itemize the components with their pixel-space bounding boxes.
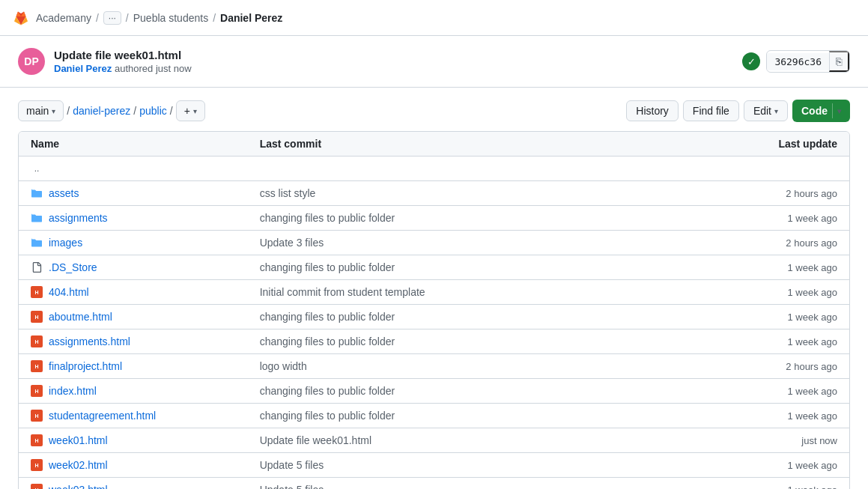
breadcrumb-more[interactable]: ··· [103, 11, 121, 25]
table-row-studentagreement: H studentagreement.html changing files t… [19, 404, 849, 428]
commit-msg-week03: Update 5 files [260, 484, 717, 489]
update-404: 1 week ago [717, 287, 837, 298]
link-index[interactable]: index.html [49, 385, 97, 397]
html-icon-week02: H [31, 459, 43, 471]
link-finalproject[interactable]: finalproject.html [49, 360, 122, 372]
html-icon-404: H [31, 286, 43, 298]
update-images: 2 hours ago [717, 237, 837, 249]
table-row-assignments-html: H assignments.html changing files to pub… [19, 329, 849, 354]
edit-chevron-icon: ▾ [774, 107, 778, 115]
table-row-aboutme: H aboutme.html changing files to public … [19, 305, 849, 329]
commit-meta: Daniel Perez authored just now [54, 63, 192, 74]
link-404[interactable]: 404.html [49, 286, 89, 298]
html-icon-index: H [31, 385, 43, 397]
link-images[interactable]: images [49, 237, 82, 249]
commit-msg-index: changing files to public folder [260, 385, 717, 397]
commit-msg-week01: Update file week01.html [260, 434, 717, 446]
table-row-assets: assets css list style 2 hours ago [19, 181, 849, 206]
link-week03[interactable]: week03.html [49, 484, 108, 489]
header-last-commit: Last commit [260, 138, 717, 150]
html-icon-assignments: H [31, 335, 43, 347]
table-row-parent: .. [19, 157, 849, 181]
parent-dir-icon: .. [31, 163, 43, 174]
html-icon-week03: H [31, 484, 43, 489]
html-icon-aboutme: H [31, 311, 43, 323]
find-file-button[interactable]: Find file [683, 100, 739, 121]
link-week02[interactable]: week02.html [49, 459, 108, 471]
file-icon-ds-store [31, 261, 43, 273]
header-last-update: Last update [717, 138, 837, 150]
link-aboutme[interactable]: aboutme.html [49, 311, 112, 323]
commit-status-icon: ✓ [742, 52, 760, 70]
update-index: 1 week ago [717, 386, 837, 397]
update-week02: 1 week ago [717, 460, 837, 471]
table-row-week01: H week01.html Update file week01.html ju… [19, 428, 849, 453]
commit-hash: 36296c36 ⎘ [766, 50, 850, 73]
file-path-bar: main ▾ / daniel-perez / public / + ▾ His… [18, 100, 850, 122]
branch-dropdown[interactable]: main ▾ [18, 100, 64, 121]
update-finalproject: 2 hours ago [717, 361, 837, 372]
add-file-chevron-icon: ▾ [193, 107, 197, 115]
header-name: Name [31, 138, 260, 150]
update-assets: 2 hours ago [717, 188, 837, 199]
history-button[interactable]: History [626, 100, 679, 121]
edit-dropdown[interactable]: Edit ▾ [744, 100, 788, 121]
commit-author-link[interactable]: Daniel Perez [54, 63, 112, 74]
breadcrumb: Academany / ··· / Puebla students / Dani… [36, 11, 282, 25]
update-week01: just now [717, 435, 837, 446]
link-assignments-html[interactable]: assignments.html [49, 335, 130, 347]
update-studentagreement: 1 week ago [717, 410, 837, 422]
commit-msg-ds-store: changing files to public folder [260, 261, 717, 273]
table-row-index: H index.html changing files to public fo… [19, 379, 849, 404]
add-file-button[interactable]: + ▾ [176, 100, 205, 121]
html-icon-week01: H [31, 434, 43, 446]
gitlab-logo [12, 9, 30, 27]
file-table: Name Last commit Last update .. assets c… [18, 131, 850, 489]
commit-msg-images: Update 3 files [260, 237, 717, 249]
main-content: main ▾ / daniel-perez / public / + ▾ His… [0, 88, 868, 489]
commit-msg-week02: Update 5 files [260, 459, 717, 471]
table-row-ds-store: .DS_Store changing files to public folde… [19, 255, 849, 280]
path-public[interactable]: public [139, 105, 167, 117]
commit-msg-studentagreement: changing files to public folder [260, 410, 717, 422]
code-chevron-icon: ▾ [837, 107, 841, 115]
commit-msg-assignments-html: changing files to public folder [260, 335, 717, 347]
table-header: Name Last commit Last update [19, 132, 849, 157]
commit-msg-assets: css list style [260, 187, 717, 199]
code-dropdown[interactable]: Code ▾ [792, 100, 850, 122]
update-assignments-folder: 1 week ago [717, 213, 837, 224]
link-ds-store[interactable]: .DS_Store [49, 261, 97, 273]
update-ds-store: 1 week ago [717, 262, 837, 273]
link-week01[interactable]: week01.html [49, 434, 108, 446]
folder-icon-assets [31, 187, 43, 199]
table-row-404: H 404.html Initial commit from student t… [19, 280, 849, 305]
folder-icon-images [31, 237, 43, 249]
commit-msg-finalproject: logo width [260, 360, 717, 372]
commit-msg-aboutme: changing files to public folder [260, 311, 717, 323]
table-row-assignments-folder: assignments changing files to public fol… [19, 206, 849, 231]
table-row-images: images Update 3 files 2 hours ago [19, 231, 849, 255]
table-row-week02: H week02.html Update 5 files 1 week ago [19, 453, 849, 478]
html-icon-finalproject: H [31, 360, 43, 372]
branch-chevron-icon: ▾ [52, 107, 55, 115]
copy-hash-button[interactable]: ⎘ [829, 51, 849, 72]
breadcrumb-puebla[interactable]: Puebla students [133, 12, 208, 24]
commit-hash-code: 36296c36 [767, 53, 829, 70]
breadcrumb-academany[interactable]: Academany [36, 12, 91, 24]
avatar: DP [18, 48, 45, 75]
commit-msg-assignments-folder: changing files to public folder [260, 212, 717, 224]
update-week03: 1 week ago [717, 485, 837, 490]
link-assets[interactable]: assets [49, 187, 79, 199]
commit-title: Update file week01.html [54, 49, 192, 61]
top-navigation: Academany / ··· / Puebla students / Dani… [0, 0, 868, 36]
commit-msg-404: Initial commit from student template [260, 286, 717, 298]
folder-icon-assignments [31, 212, 43, 224]
link-assignments-folder[interactable]: assignments [49, 212, 108, 224]
update-aboutme: 1 week ago [717, 312, 837, 323]
table-row-finalproject: H finalproject.html logo width 2 hours a… [19, 354, 849, 379]
link-studentagreement[interactable]: studentagreement.html [49, 410, 156, 422]
path-daniel-perez[interactable]: daniel-perez [73, 105, 130, 117]
html-icon-studentagreement: H [31, 410, 43, 422]
table-row-week03: H week03.html Update 5 files 1 week ago [19, 478, 849, 489]
update-assignments-html: 1 week ago [717, 336, 837, 347]
